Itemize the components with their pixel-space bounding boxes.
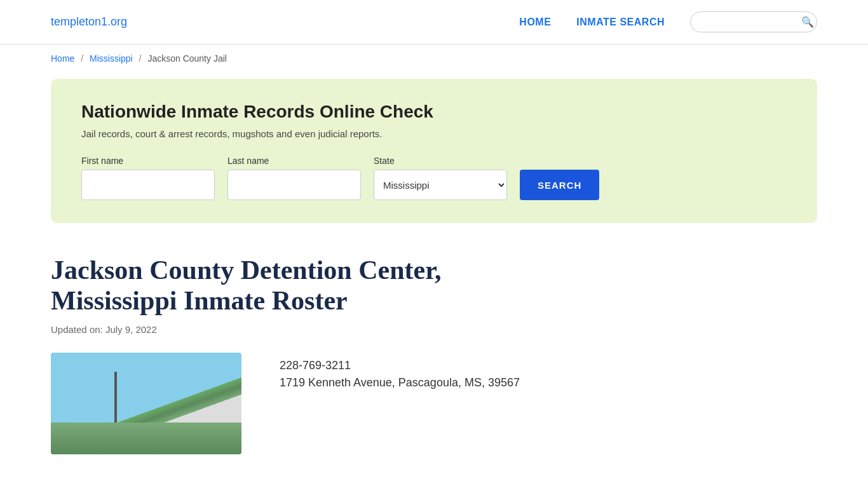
updated-date: Updated on: July 9, 2022	[51, 324, 817, 335]
search-banner: Nationwide Inmate Records Online Check J…	[51, 79, 817, 223]
last-name-group: Last name	[227, 156, 361, 200]
bottom-section: 228-769-3211 1719 Kenneth Avenue, Pascag…	[51, 353, 817, 454]
breadcrumb-current: Jackson County Jail	[147, 53, 227, 64]
first-name-input[interactable]	[81, 170, 215, 200]
search-banner-subtitle: Jail records, court & arrest records, mu…	[81, 128, 787, 139]
breadcrumb-home[interactable]: Home	[51, 53, 74, 64]
search-icon: 🔍	[801, 16, 814, 28]
page-title: Jackson County Detention Center, Mississ…	[51, 255, 496, 316]
facility-address: 1719 Kenneth Avenue, Pascagoula, MS, 395…	[280, 376, 520, 390]
facility-image	[51, 353, 241, 454]
logo-link[interactable]: templeton1.org	[51, 15, 127, 28]
nav-inmate-search[interactable]: INMATE SEARCH	[576, 17, 665, 28]
facility-info: 228-769-3211 1719 Kenneth Avenue, Pascag…	[280, 353, 520, 390]
breadcrumb: Home / Mississippi / Jackson County Jail	[0, 44, 868, 72]
main-nav: HOME INMATE SEARCH	[519, 17, 665, 28]
breadcrumb-separator-1: /	[81, 53, 86, 64]
main-content: Jackson County Detention Center, Mississ…	[0, 242, 868, 467]
breadcrumb-separator-2: /	[139, 53, 144, 64]
header-search-container: 🔍	[690, 11, 817, 32]
last-name-input[interactable]	[227, 170, 361, 200]
breadcrumb-state[interactable]: Mississippi	[90, 53, 133, 64]
last-name-label: Last name	[227, 156, 361, 166]
search-banner-title: Nationwide Inmate Records Online Check	[81, 102, 787, 122]
state-group: State Mississippi	[374, 156, 507, 200]
first-name-label: First name	[81, 156, 215, 166]
first-name-group: First name	[81, 156, 215, 200]
search-button[interactable]: SEARCH	[520, 170, 599, 200]
facility-phone: 228-769-3211	[280, 359, 520, 372]
nav-home[interactable]: HOME	[519, 17, 551, 28]
site-logo[interactable]: templeton1.org	[51, 15, 127, 29]
inmate-search-form: First name Last name State Mississippi S…	[81, 156, 787, 200]
state-select[interactable]: Mississippi	[374, 170, 507, 200]
header-search-input[interactable]	[700, 17, 801, 27]
header: templeton1.org HOME INMATE SEARCH 🔍	[0, 0, 868, 44]
state-label: State	[374, 156, 507, 166]
